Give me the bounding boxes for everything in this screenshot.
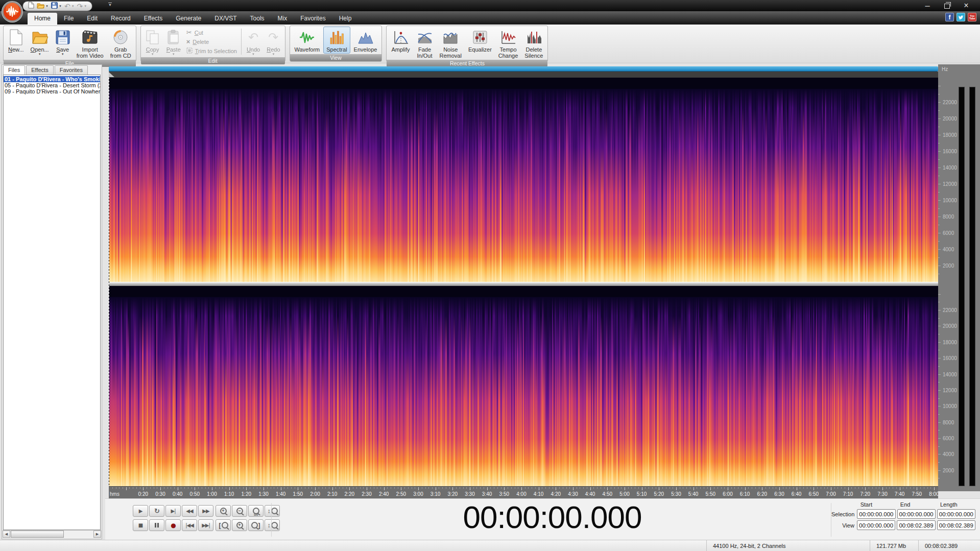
- tab-generate[interactable]: Generate: [169, 13, 208, 25]
- tab-record[interactable]: Record: [104, 13, 137, 25]
- tab-home[interactable]: Home: [28, 13, 57, 25]
- go-to-start-button[interactable]: |◀◀: [182, 519, 197, 531]
- noise-removal-button[interactable]: Noise Removal: [437, 27, 465, 59]
- spectral-button[interactable]: Spectral: [323, 27, 350, 54]
- ruler-tick: [184, 487, 185, 489]
- file-list-item[interactable]: 09 - Paquito D'Rivera - Out Of Nowhere (…: [4, 88, 100, 94]
- tempo-change-button[interactable]: Tempo Change: [495, 27, 521, 59]
- play-button[interactable]: ▶: [133, 505, 148, 517]
- scroll-right-icon[interactable]: ▶: [93, 531, 101, 538]
- group-label-view: View: [290, 54, 382, 61]
- save-button[interactable]: ▼: [51, 2, 62, 11]
- overview-strip[interactable]: [109, 71, 938, 78]
- tab-favorites[interactable]: Favorites: [294, 13, 332, 25]
- dropdown-arrow-icon[interactable]: ▼: [59, 5, 62, 8]
- selection-end-field[interactable]: 00:00:00.000: [897, 509, 936, 519]
- zoom-out-button[interactable]: −: [232, 505, 247, 517]
- rewind-button[interactable]: ◀◀: [182, 505, 197, 517]
- dropdown-arrow-icon[interactable]: ▼: [71, 5, 75, 8]
- ruler-tick: [298, 487, 298, 490]
- view-length-field[interactable]: 00:08:02.389: [937, 520, 975, 530]
- magnifier-icon: [251, 522, 258, 529]
- button-label: Open...: [31, 46, 49, 53]
- scroll-left-icon[interactable]: ◀: [3, 531, 10, 538]
- record-button[interactable]: ●: [165, 519, 181, 531]
- pause-button[interactable]: [149, 519, 164, 531]
- grab-cd-icon: [113, 28, 128, 46]
- new-button[interactable]: New...: [5, 27, 27, 59]
- zoom-100-button[interactable]: 100: [248, 505, 264, 517]
- file-list-item[interactable]: 05 - Paquito D'Rivera - Desert Storm (20…: [4, 82, 100, 88]
- save-button[interactable]: Save▼: [53, 27, 73, 59]
- fade-in-out-button[interactable]: Fade In/Out: [414, 27, 436, 59]
- cut-button[interactable]: ✂Cut: [186, 28, 237, 37]
- zoom-selection-end-button[interactable]: ]: [248, 519, 264, 531]
- app-logo-icon[interactable]: [1, 1, 23, 23]
- tab-file[interactable]: File: [57, 13, 80, 25]
- grab-from-cd-button[interactable]: Grab from CD: [107, 27, 134, 59]
- waveform-button[interactable]: Waveform: [292, 27, 323, 54]
- sidebar-horizontal-scrollbar[interactable]: ◀ ▶: [3, 530, 101, 538]
- equalizer-button[interactable]: Equalizer: [465, 27, 495, 59]
- sidebar-tab-files[interactable]: Files: [3, 65, 25, 75]
- ruler-tick: [652, 487, 653, 489]
- restore-button[interactable]: [937, 0, 957, 11]
- tab-mix[interactable]: Mix: [271, 13, 294, 25]
- twitter-icon[interactable]: [957, 13, 965, 21]
- zoom-in-button[interactable]: +: [216, 505, 231, 517]
- youtube-icon[interactable]: YouTube: [968, 13, 976, 21]
- file-list-item[interactable]: 01 - Paquito D'Rivera - Who's Smoking_: [4, 76, 100, 82]
- close-button[interactable]: ×: [957, 0, 976, 11]
- new-document-button[interactable]: [28, 2, 34, 11]
- trim-to-selection-button[interactable]: Trim to Selection: [186, 46, 237, 55]
- ruler-tick: [226, 487, 226, 489]
- selection-start-field[interactable]: 00:00:00.000: [857, 509, 895, 519]
- play-loop-button[interactable]: ↻: [149, 505, 164, 517]
- playhead-cursor[interactable]: [109, 78, 109, 486]
- redo-button[interactable]: ↷▼: [77, 2, 87, 11]
- fast-forward-button[interactable]: ▶▶: [198, 505, 213, 517]
- button-label: Tempo Change: [498, 46, 518, 59]
- ruler-tick: [377, 487, 377, 489]
- zoom-selection-start-button[interactable]: [: [216, 519, 231, 531]
- sidebar-tab-favorites[interactable]: Favorites: [55, 65, 88, 75]
- minimize-button[interactable]: ─: [918, 0, 937, 11]
- scrollbar-thumb[interactable]: [11, 531, 64, 538]
- envelope-button[interactable]: Envelope: [351, 27, 380, 54]
- zoom-to-selection-button[interactable]: +: [232, 519, 247, 531]
- spectrogram-channel-2[interactable]: [109, 286, 938, 486]
- delete-silence-button[interactable]: Delete Silence: [521, 27, 546, 59]
- stop-button[interactable]: ■: [133, 519, 148, 531]
- spectrogram-channel-1[interactable]: [109, 78, 938, 282]
- selection-length-field[interactable]: 00:00:00.000: [937, 509, 975, 519]
- play-to-end-button[interactable]: ▶|: [165, 505, 181, 517]
- dropdown-arrow-icon[interactable]: ▼: [45, 5, 49, 8]
- horizontal-zoom-scrollbar[interactable]: [109, 66, 938, 71]
- facebook-icon[interactable]: f: [945, 13, 954, 21]
- go-to-end-button[interactable]: ▶▶|: [198, 519, 213, 531]
- sidebar-tab-effects[interactable]: Effects: [26, 65, 53, 75]
- ruler-label: 1:00: [207, 491, 217, 497]
- tab-help[interactable]: Help: [332, 13, 358, 25]
- view-start-field[interactable]: 00:00:00.000: [857, 520, 895, 530]
- vu-meter-left: [959, 87, 965, 486]
- ruler-tick: [250, 487, 250, 489]
- timeline-ruler[interactable]: hms 0:200:300:400:501:001:101:201:301:40…: [109, 486, 938, 498]
- ruler-label: 2:10: [327, 491, 337, 497]
- customize-quick-access-icon[interactable]: ▼: [108, 3, 112, 7]
- dropdown-arrow-icon[interactable]: ▼: [84, 5, 87, 8]
- tab-tools[interactable]: Tools: [244, 13, 271, 25]
- open-button[interactable]: Open...▼: [28, 27, 52, 59]
- ruler-tick: [308, 487, 309, 489]
- delete-button[interactable]: ×Delete: [186, 37, 237, 46]
- import-from-video-button[interactable]: Import from Video: [74, 27, 107, 59]
- amplify-button[interactable]: Amplify: [388, 27, 413, 59]
- view-end-field[interactable]: 00:08:02.389: [897, 520, 935, 530]
- tab-edit[interactable]: Edit: [80, 13, 104, 25]
- ruler-tick: [793, 487, 794, 489]
- tab-effects[interactable]: Effects: [137, 13, 169, 25]
- tab-dx-vst[interactable]: DX/VST: [208, 13, 243, 25]
- ruler-tick: [810, 487, 811, 489]
- undo-button[interactable]: ↶▼: [64, 2, 75, 11]
- open-button[interactable]: ▼: [37, 2, 49, 11]
